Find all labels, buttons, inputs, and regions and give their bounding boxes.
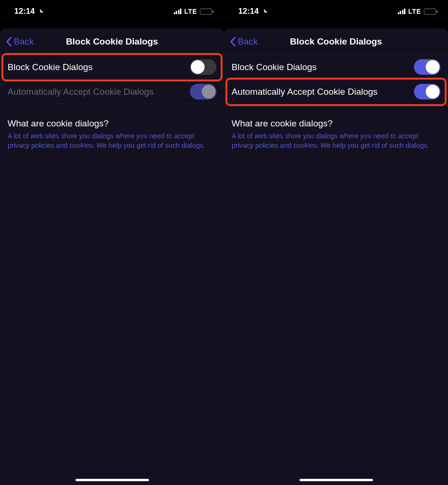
help-body: A lot of web sites show you dialogs wher…	[8, 132, 216, 150]
toggle-block-cookie-dialogs[interactable]	[414, 59, 440, 75]
row-label: Block Cookie Dialogs	[232, 62, 317, 72]
help-title: What are cookie dialogs?	[8, 118, 216, 129]
status-bar: 12:14 LTE	[0, 0, 224, 23]
status-time: 12:14	[238, 7, 259, 16]
row-label: Automatically Accept Cookie Dialogs	[232, 87, 377, 97]
help-body: A lot of web sites show you dialogs wher…	[232, 132, 440, 150]
chevron-left-icon	[6, 36, 12, 47]
do-not-disturb-icon	[261, 8, 269, 15]
toggle-auto-accept-cookie-dialogs	[190, 84, 216, 99]
do-not-disturb-icon	[37, 8, 45, 15]
row-block-cookie-dialogs[interactable]: Block Cookie Dialogs	[224, 55, 448, 80]
back-label: Back	[238, 36, 258, 47]
cellular-signal-icon	[174, 9, 182, 14]
toggle-block-cookie-dialogs[interactable]	[190, 59, 216, 75]
row-label: Automatically Accept Cookie Dialogs	[8, 87, 153, 97]
settings-sheet: Back Block Cookie Dialogs Block Cookie D…	[224, 28, 448, 485]
network-type: LTE	[408, 8, 421, 15]
back-button[interactable]: Back	[0, 36, 34, 47]
row-label: Block Cookie Dialogs	[8, 62, 93, 72]
row-auto-accept-cookie-dialogs: Automatically Accept Cookie Dialogs	[0, 80, 224, 104]
home-indicator[interactable]	[75, 479, 149, 481]
battery-icon	[200, 9, 214, 15]
toggle-auto-accept-cookie-dialogs[interactable]	[414, 84, 440, 99]
back-label: Back	[14, 36, 34, 47]
back-button[interactable]: Back	[224, 36, 258, 47]
network-type: LTE	[184, 8, 197, 15]
cellular-signal-icon	[398, 9, 406, 14]
row-auto-accept-cookie-dialogs[interactable]: Automatically Accept Cookie Dialogs	[224, 80, 448, 104]
nav-bar: Back Block Cookie Dialogs	[224, 28, 448, 55]
battery-icon	[424, 9, 438, 15]
row-block-cookie-dialogs[interactable]: Block Cookie Dialogs	[0, 55, 224, 80]
phone-screen-left: 12:14 LTE Back Block Cookie Dial	[0, 0, 224, 485]
settings-sheet: Back Block Cookie Dialogs Block Cookie D…	[0, 28, 224, 485]
help-section: What are cookie dialogs? A lot of web si…	[224, 104, 448, 150]
help-section: What are cookie dialogs? A lot of web si…	[0, 104, 224, 150]
chevron-left-icon	[230, 36, 236, 47]
status-bar: 12:14 LTE	[224, 0, 448, 23]
home-indicator[interactable]	[299, 479, 373, 481]
status-time: 12:14	[14, 7, 35, 16]
nav-bar: Back Block Cookie Dialogs	[0, 28, 224, 55]
help-title: What are cookie dialogs?	[232, 118, 440, 129]
phone-screen-right: 12:14 LTE Back Block Cookie Dial	[224, 0, 448, 485]
